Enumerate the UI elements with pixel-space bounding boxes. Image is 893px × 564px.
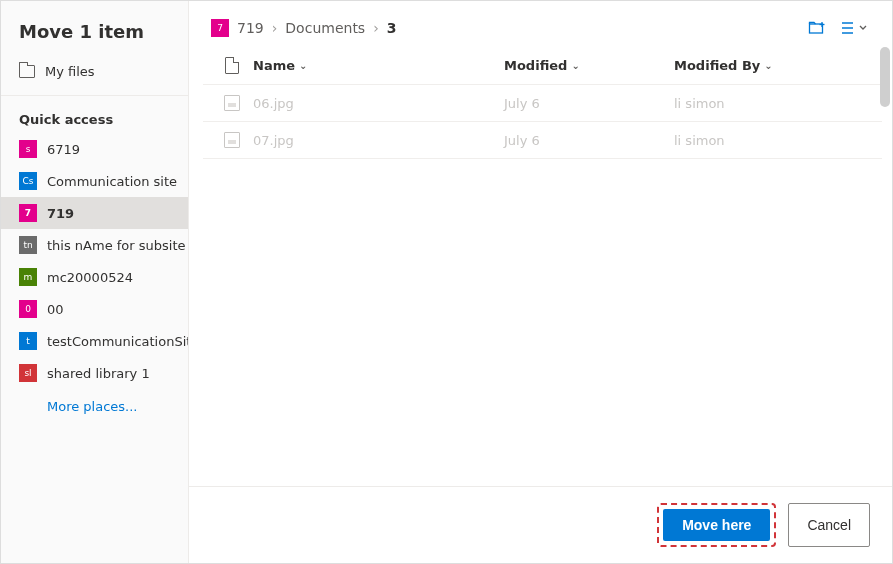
modified-by-cell: li simon xyxy=(674,96,874,111)
quick-access-item[interactable]: ttestCommunicationSite xyxy=(1,325,188,357)
file-type-cell xyxy=(211,95,253,111)
quick-access-item-label: 00 xyxy=(47,302,64,317)
site-swatch-icon: t xyxy=(19,332,37,350)
svg-rect-0 xyxy=(810,24,823,33)
quick-access-item[interactable]: mmc20000524 xyxy=(1,261,188,293)
move-dialog: Move 1 item My files Quick access s6719C… xyxy=(1,1,892,563)
quick-access-item[interactable]: slshared library 1 xyxy=(1,357,188,389)
quick-access-item[interactable]: 7719 xyxy=(1,197,188,229)
cancel-button[interactable]: Cancel xyxy=(788,503,870,547)
quick-access-item-label: mc20000524 xyxy=(47,270,133,285)
table-row[interactable]: 06.jpgJuly 6li simon xyxy=(203,85,882,122)
list-view-icon xyxy=(840,19,858,37)
quick-access-list: s6719CsCommunication site7719tnthis nAme… xyxy=(1,133,188,389)
site-swatch-icon: sl xyxy=(19,364,37,382)
site-swatch-icon: tn xyxy=(19,236,37,254)
table-row[interactable]: 07.jpgJuly 6li simon xyxy=(203,122,882,159)
quick-access-item[interactable]: tnthis nAme for subsite xyxy=(1,229,188,261)
dialog-title: Move 1 item xyxy=(1,15,188,56)
scrollbar-thumb[interactable] xyxy=(880,47,890,107)
file-table: Name ⌄ Modified ⌄ Modified By ⌄ 06.jpgJu… xyxy=(189,47,892,159)
file-name-cell: 07.jpg xyxy=(253,133,504,148)
quick-access-item-label: 6719 xyxy=(47,142,80,157)
chevron-right-icon: › xyxy=(373,20,379,36)
table-header-row: Name ⌄ Modified ⌄ Modified By ⌄ xyxy=(203,47,882,85)
breadcrumb-library[interactable]: Documents xyxy=(285,20,365,36)
quick-access-item-label: Communication site xyxy=(47,174,177,189)
breadcrumb-site[interactable]: 719 xyxy=(237,20,264,36)
chevron-down-icon xyxy=(858,23,868,33)
quick-access-item-label: testCommunicationSite xyxy=(47,334,188,349)
column-header-modified-by-label: Modified By xyxy=(674,58,760,73)
quick-access-item-label: shared library 1 xyxy=(47,366,150,381)
quick-access-item[interactable]: 000 xyxy=(1,293,188,325)
view-options-button[interactable] xyxy=(840,19,868,37)
new-folder-icon xyxy=(808,19,826,37)
sidebar: Move 1 item My files Quick access s6719C… xyxy=(1,1,189,563)
nav-my-files-label: My files xyxy=(45,64,95,79)
site-swatch-icon: m xyxy=(19,268,37,286)
column-header-modified-label: Modified xyxy=(504,58,567,73)
site-swatch-icon: 0 xyxy=(19,300,37,318)
quick-access-heading: Quick access xyxy=(1,104,188,133)
topbar-actions xyxy=(808,19,868,37)
site-swatch: 7 xyxy=(211,19,229,37)
modified-by-cell: li simon xyxy=(674,133,874,148)
file-name-cell: 06.jpg xyxy=(253,96,504,111)
quick-access-item[interactable]: s6719 xyxy=(1,133,188,165)
column-header-modified[interactable]: Modified ⌄ xyxy=(504,58,674,73)
quick-access-item-label: 719 xyxy=(47,206,74,221)
quick-access-item-label: this nAme for subsite xyxy=(47,238,186,253)
nav-my-files[interactable]: My files xyxy=(1,56,188,87)
new-folder-button[interactable] xyxy=(808,19,826,37)
folder-icon xyxy=(19,65,35,78)
column-header-type[interactable] xyxy=(211,57,253,74)
dialog-footer: Move here Cancel xyxy=(189,486,892,563)
divider xyxy=(1,95,188,96)
topbar: 7 719 › Documents › 3 xyxy=(189,1,892,47)
breadcrumb: 7 719 › Documents › 3 xyxy=(211,19,397,37)
primary-action-highlight: Move here xyxy=(657,503,776,547)
chevron-down-icon: ⌄ xyxy=(764,60,772,71)
more-places-link[interactable]: More places... xyxy=(1,389,188,424)
image-file-icon xyxy=(224,132,240,148)
site-swatch-icon: s xyxy=(19,140,37,158)
move-here-button[interactable]: Move here xyxy=(663,509,770,541)
modified-cell: July 6 xyxy=(504,133,674,148)
document-icon xyxy=(225,57,239,74)
main-panel: 7 719 › Documents › 3 xyxy=(189,1,892,563)
column-header-modified-by[interactable]: Modified By ⌄ xyxy=(674,58,874,73)
chevron-down-icon: ⌄ xyxy=(571,60,579,71)
column-header-name-label: Name xyxy=(253,58,295,73)
site-swatch-icon: Cs xyxy=(19,172,37,190)
breadcrumb-current: 3 xyxy=(387,20,397,36)
file-type-cell xyxy=(211,132,253,148)
chevron-down-icon: ⌄ xyxy=(299,60,307,71)
modified-cell: July 6 xyxy=(504,96,674,111)
quick-access-item[interactable]: CsCommunication site xyxy=(1,165,188,197)
chevron-right-icon: › xyxy=(272,20,278,36)
column-header-name[interactable]: Name ⌄ xyxy=(253,58,504,73)
site-swatch-icon: 7 xyxy=(19,204,37,222)
table-body: 06.jpgJuly 6li simon07.jpgJuly 6li simon xyxy=(203,85,882,159)
image-file-icon xyxy=(224,95,240,111)
